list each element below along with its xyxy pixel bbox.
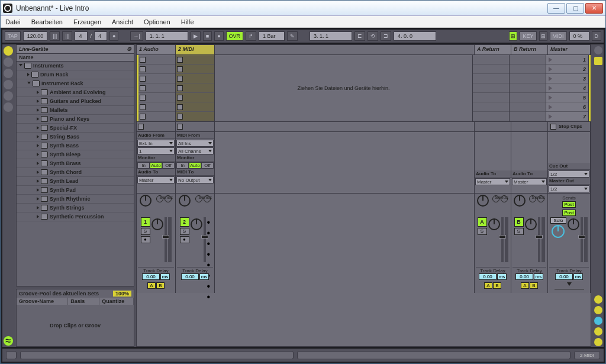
io-toggle-icon[interactable] — [594, 57, 602, 65]
session-arrange-toggle-icon[interactable] — [594, 46, 602, 54]
t2-pan-knob[interactable] — [179, 195, 191, 207]
menu-view[interactable]: Ansicht — [112, 18, 133, 25]
t2-output[interactable]: No Output — [176, 176, 214, 183]
stop-icon[interactable]: ■ — [203, 31, 212, 41]
scene-launch[interactable]: 2 — [546, 65, 588, 74]
record-icon[interactable]: ● — [214, 31, 223, 41]
sends-toggle-icon[interactable] — [594, 295, 602, 304]
menu-file[interactable]: Datei — [5, 18, 21, 25]
tempo-field[interactable]: 120.00 — [23, 31, 48, 41]
t1-solo[interactable]: S — [141, 228, 150, 235]
ra-solo[interactable]: S — [478, 228, 487, 235]
quantize-select[interactable]: 1 Bar — [259, 31, 285, 41]
groove-col-basis[interactable]: Basis — [68, 298, 99, 305]
scene-launch[interactable]: 3 — [546, 74, 588, 83]
t1-volume-knob[interactable] — [152, 218, 163, 230]
rb-activator[interactable]: B — [514, 217, 524, 227]
clip-slot[interactable] — [138, 112, 175, 121]
t1-monitor-auto[interactable]: Auto — [150, 162, 162, 169]
clip-slot[interactable] — [176, 74, 214, 83]
scene-launch[interactable]: 7 — [546, 112, 588, 121]
scene-launch[interactable]: 1 — [546, 55, 588, 65]
clip-slot[interactable] — [176, 93, 214, 102]
master-post-b[interactable]: Post — [562, 210, 575, 216]
rb-solo[interactable]: S — [514, 228, 524, 235]
master-fader[interactable] — [581, 217, 583, 262]
track-header-1[interactable]: 1 Audio — [137, 45, 176, 54]
browser-item[interactable]: Synth Bleep — [17, 150, 134, 159]
play-icon[interactable]: ▶ — [191, 31, 201, 41]
master-delay-value[interactable]: 0.00 — [555, 273, 573, 280]
browser-item[interactable]: Drum Rack — [17, 70, 134, 79]
t2-monitor-in[interactable]: In — [176, 162, 189, 169]
t2-delay-unit[interactable]: ms — [199, 273, 209, 280]
rb-volume-knob[interactable] — [525, 218, 537, 230]
returns-toggle-icon[interactable] — [594, 306, 602, 314]
master-solo-cue[interactable]: Solo — [550, 217, 566, 224]
selected-clip-label[interactable]: 2-MIDI — [574, 351, 600, 359]
mixer-toggle-icon[interactable] — [594, 317, 602, 325]
browser-item[interactable]: Special-FX — [17, 124, 134, 133]
browser-item[interactable]: Synth Chord — [17, 168, 134, 177]
browser-item[interactable]: Synth Lead — [17, 177, 134, 186]
track-header-master[interactable]: Master — [548, 45, 591, 54]
browser-item[interactable]: Piano and Keys — [17, 115, 134, 124]
browser-item[interactable]: Synth Pad — [17, 186, 134, 195]
file-browser-2-icon[interactable] — [4, 80, 13, 89]
minimize-button[interactable]: — — [547, 3, 565, 14]
browser-item[interactable]: Instrument Rack — [17, 79, 134, 88]
clip-slot[interactable] — [138, 93, 175, 102]
ra-delay-unit[interactable]: ms — [497, 273, 507, 280]
t1-delay-value[interactable]: 0.00 — [142, 273, 160, 280]
disk-button[interactable]: D — [592, 31, 602, 41]
t2-fader[interactable] — [204, 217, 206, 262]
t1-xfade-a[interactable]: A — [147, 282, 156, 289]
track-header-2[interactable]: 2 MIDI — [176, 45, 215, 54]
rb-delay-unit[interactable]: ms — [534, 273, 543, 280]
groove-amount[interactable]: 100% — [113, 291, 131, 297]
t1-delay-unit[interactable]: ms — [160, 273, 170, 280]
devices-browser-icon[interactable] — [4, 46, 13, 56]
nudge-up-icon[interactable]: ||| — [62, 31, 72, 41]
t2-arm[interactable]: ● — [180, 236, 189, 243]
stop-clips-row[interactable]: Stop Clips — [548, 122, 590, 131]
metronome-icon[interactable]: ● — [109, 31, 118, 41]
t1-arm[interactable]: ● — [141, 236, 150, 243]
ra-pan-knob[interactable] — [477, 195, 489, 207]
t2-activator[interactable]: 2 — [180, 217, 189, 227]
drop-area[interactable]: Ziehen Sie Dateien und Geräte hierhin. — [215, 55, 473, 121]
master-delay-unit[interactable]: ms — [573, 273, 583, 280]
tap-button[interactable]: TAP — [5, 31, 21, 41]
loop-icon[interactable]: ⟲ — [368, 31, 378, 41]
browser-item[interactable]: String Bass — [17, 133, 134, 141]
detail-view-toggle-icon[interactable] — [6, 351, 17, 359]
t2-monitor-auto[interactable]: Auto — [189, 162, 201, 169]
clip-slot[interactable] — [138, 74, 175, 83]
draw-mode-icon[interactable]: ✎ — [287, 31, 298, 41]
rb-pan-knob[interactable] — [514, 195, 526, 207]
clip-slot[interactable] — [138, 55, 175, 65]
rb-output[interactable]: Master — [512, 178, 547, 185]
browser-item[interactable]: Ambient and Evolving — [17, 88, 134, 97]
browser-tree[interactable]: InstrumentsDrum RackInstrument RackAmbie… — [17, 62, 134, 286]
master-pan-knob[interactable] — [568, 218, 579, 230]
arr-loop-start[interactable]: 3. 1. 1 — [310, 31, 352, 41]
ra-fader[interactable] — [501, 217, 504, 262]
menu-help[interactable]: Hilfe — [181, 18, 194, 25]
clip-slot[interactable] — [176, 55, 214, 65]
file-browser-3-icon[interactable] — [4, 91, 13, 101]
arr-loop-length[interactable]: 4. 0. 0 — [394, 31, 436, 41]
master-post-a[interactable]: Post — [562, 201, 575, 208]
crossfader[interactable] — [555, 284, 584, 289]
clip-slot[interactable] — [176, 65, 214, 74]
clip-slot[interactable] — [176, 83, 214, 93]
track-header-return-a[interactable]: A Return — [475, 45, 511, 54]
t2-monitor-off[interactable]: Off — [201, 162, 214, 169]
key-map-indicator[interactable]: ⊞ — [509, 31, 517, 41]
clip-slot[interactable] — [138, 65, 175, 74]
browser-item[interactable]: Synth Brass — [17, 159, 134, 168]
crossfade-toggle-icon[interactable] — [594, 338, 602, 346]
delay-toggle-icon[interactable] — [594, 327, 602, 336]
midi-indicator-icon[interactable]: ⊞ — [539, 31, 547, 41]
ra-xfade-b[interactable]: B — [493, 282, 501, 289]
